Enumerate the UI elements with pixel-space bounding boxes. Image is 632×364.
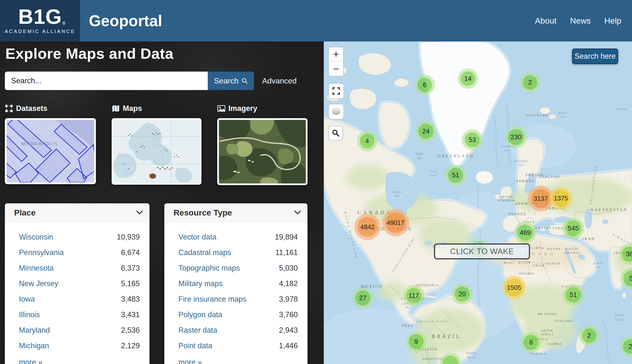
facet-resource-type-body: Vector data19,894Cadastral maps11,161Top… [164,222,308,364]
facet-value-link[interactable]: Wisconsin [19,233,53,242]
search-button-label: Search [214,76,238,86]
map-cluster-marker[interactable]: 6 [418,78,432,92]
search-button[interactable]: Search [208,72,254,90]
logo-b1g-text: B1G® [18,7,62,26]
imagery-icon [217,104,226,112]
facet-count: 6,373 [121,264,140,272]
facet-value-link[interactable]: Michigan [19,342,49,350]
map-cluster-marker[interactable]: 117 [406,288,422,303]
map-cluster-marker[interactable]: 5 [623,270,632,286]
facet-count: 3,431 [121,310,140,319]
imagery-thumbnail[interactable] [217,118,308,185]
map-cluster-marker[interactable]: 24 [418,124,434,139]
facet-panel-place: Place Wisconsin10,939Pennsylvania6,674Mi… [5,203,150,364]
map-cluster-marker[interactable] [443,356,458,364]
nav-about-link[interactable]: About [535,16,556,26]
search-input[interactable] [5,72,208,90]
map-cluster-marker[interactable]: 51 [448,168,463,183]
explore-panel: Explore Maps and Data Search Advanced Da… [0,42,324,364]
category-maps: Maps [112,104,202,185]
map-cluster-marker[interactable]: 49017 [385,212,406,233]
facet-count: 3,978 [279,295,298,304]
page-title: Geoportal [89,12,162,30]
facet-value-link[interactable]: Minnesota [19,264,54,272]
category-datasets-label: Datasets [16,104,47,113]
map-cluster-marker[interactable]: 2 [582,328,596,343]
facet-row: Raster data2,943 [178,322,298,338]
map-cluster-marker[interactable]: 2 [623,339,632,354]
datasets-thumbnail[interactable]: MINNEAPOLIS [5,118,96,184]
map-cluster-marker[interactable]: 230 [508,129,524,145]
map-cluster-marker[interactable]: 14 [461,71,475,86]
facet-count: 2,943 [279,326,298,335]
category-datasets-link[interactable]: Datasets [5,104,96,113]
layers-button[interactable] [328,104,344,120]
search-here-button[interactable]: Search here [572,48,618,64]
facet-value-link[interactable]: Vector data [178,233,216,242]
map-cluster-marker[interactable]: 4 [360,134,374,148]
map-cluster-marker[interactable]: 469 [517,225,533,241]
category-imagery-link[interactable]: Imagery [217,104,308,113]
facet-count: 4,182 [279,279,298,288]
map-search-button[interactable] [328,126,343,140]
facet-value-link[interactable]: New Jersey [19,279,58,288]
search-icon [242,78,248,84]
map-cluster-marker[interactable]: 38 [622,246,632,262]
facet-value-link[interactable]: Cadastral maps [178,248,231,257]
facet-value-link[interactable]: Topographic maps [178,264,240,272]
category-maps-label: Maps [123,104,142,113]
map-pane[interactable]: CANADAUNITED STATESMÉXICOCOLOMBIAVENEZUE… [324,42,632,364]
facet-resource-type-more-link[interactable]: more » [178,358,298,364]
map-cluster-marker[interactable]: 8 [524,335,538,350]
map-cluster-marker[interactable]: 20 [454,286,470,302]
registered-mark: ® [62,21,66,25]
zoom-in-button[interactable]: + [329,47,343,62]
category-imagery: Imagery [217,104,308,185]
map-cluster-marker[interactable]: 53 [465,132,480,147]
fullscreen-button[interactable] [328,83,344,99]
facet-count: 1,446 [279,342,298,350]
facet-value-link[interactable]: Polygon data [178,310,222,319]
facet-value-link[interactable]: Maryland [19,326,50,335]
facet-value-link[interactable]: Point data [178,342,212,350]
top-navigation: About News Help [535,16,632,26]
facet-value-link[interactable]: Pennsylvania [19,248,64,257]
map-cluster-marker[interactable]: 3137 [531,189,550,208]
map-wake-overlay[interactable]: CLICK TO WAKE [434,244,530,260]
facet-row: Fire insurance maps3,978 [178,292,298,307]
map-cluster-marker[interactable]: 2 [523,75,537,90]
maps-thumbnail[interactable] [112,118,202,185]
facet-value-link[interactable]: Military maps [178,279,223,288]
facet-value-link[interactable]: Fire insurance maps [178,295,246,304]
facet-row: Maryland2,536 [19,322,140,338]
facet-row: Polygon data3,760 [178,307,298,322]
datasets-thumbnail-art: MINNEAPOLIS [6,120,94,182]
facet-value-link[interactable]: Raster data [178,326,217,335]
facet-count: 6,674 [121,248,140,257]
zoom-out-button[interactable]: − [329,62,343,76]
category-maps-link[interactable]: Maps [112,104,202,113]
map-cluster-marker[interactable]: 51 [566,287,581,302]
facet-row: Military maps4,182 [178,276,298,292]
map-cluster-marker[interactable]: 545 [565,220,581,236]
big-ten-logo[interactable]: B1G® ACADEMIC ALLIANCE [0,0,80,42]
facet-place-more-link[interactable]: more » [19,358,140,364]
advanced-search-link[interactable]: Advanced [262,76,296,86]
logo-academic-alliance-text: ACADEMIC ALLIANCE [4,29,76,34]
map-cluster-marker[interactable]: 4842 [358,217,378,237]
facet-value-link[interactable]: Illinois [19,310,40,319]
map-cluster-marker[interactable]: 9 [409,334,424,349]
facet-count: 5,165 [121,279,140,288]
map-icon [112,104,120,112]
facet-row: Wisconsin10,939 [19,229,140,245]
facet-row: Michigan2,129 [19,338,140,354]
map-cluster-marker[interactable]: 27 [355,290,370,306]
facet-resource-type-header[interactable]: Resource Type [164,203,308,222]
map-cluster-marker[interactable]: 1375 [552,190,570,207]
facet-place-header[interactable]: Place [5,203,150,222]
map-cluster-marker[interactable]: 1505 [505,278,523,296]
nav-news-link[interactable]: News [570,16,591,26]
nav-help-link[interactable]: Help [604,16,621,26]
app-header: B1G® ACADEMIC ALLIANCE Geoportal About N… [0,0,632,42]
facet-value-link[interactable]: Iowa [19,295,35,304]
